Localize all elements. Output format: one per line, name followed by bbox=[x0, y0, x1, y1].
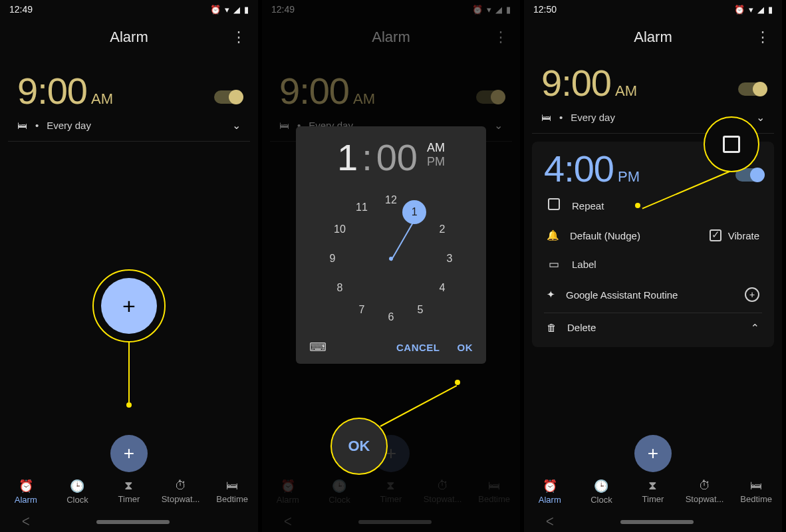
alarm-schedule: Every day bbox=[47, 120, 91, 131]
ok-button[interactable]: OK bbox=[458, 342, 473, 353]
selected-hour[interactable]: 1 bbox=[402, 200, 426, 224]
signal-icon: ◢ bbox=[757, 5, 764, 15]
clock-num-8[interactable]: 8 bbox=[337, 282, 343, 294]
alarm-status-icon: ⏰ bbox=[210, 5, 221, 15]
add-alarm-fab[interactable]: + bbox=[110, 435, 148, 472]
bedtime-icon bbox=[279, 120, 289, 131]
alarm-time[interactable]: 9:00AM bbox=[17, 69, 113, 112]
back-gesture-icon[interactable]: ᐸ bbox=[546, 515, 554, 528]
bedtime-icon bbox=[17, 120, 27, 131]
add-alarm-fab[interactable]: + bbox=[634, 435, 672, 472]
alarm-toggle[interactable] bbox=[214, 90, 241, 104]
highlight-connector-dot bbox=[635, 203, 640, 208]
stopwatch-icon: ⏱ bbox=[175, 479, 187, 493]
delete-button[interactable]: 🗑 Delete bbox=[547, 322, 596, 333]
overflow-menu-icon[interactable]: ⋮ bbox=[493, 29, 508, 46]
clock-face[interactable]: 1 12 2 3 4 5 6 7 8 9 10 11 bbox=[318, 186, 464, 332]
home-pill[interactable] bbox=[620, 520, 694, 524]
highlight-fab-inner: + bbox=[101, 278, 157, 334]
add-routine-icon[interactable]: + bbox=[745, 287, 759, 302]
alarm-card[interactable]: 9:00AM Every day ⌄ bbox=[8, 64, 250, 142]
delete-collapse-row: 🗑 Delete ⌄ bbox=[544, 313, 762, 342]
clock-num-7[interactable]: 7 bbox=[359, 304, 365, 316]
signal-icon: ◢ bbox=[233, 5, 240, 15]
expand-icon[interactable]: ⌄ bbox=[756, 111, 765, 124]
alarm-icon: ⏰ bbox=[281, 479, 295, 493]
back-gesture-icon[interactable]: ᐸ bbox=[284, 515, 292, 528]
nav-clock[interactable]: 🕒Clock bbox=[314, 479, 366, 505]
highlight-checkbox-circle bbox=[704, 116, 759, 172]
bottom-nav: ⏰Alarm 🕒Clock ⧗Timer ⏱Stopwat... 🛏Bedtim… bbox=[262, 471, 520, 512]
nav-clock[interactable]: 🕒Clock bbox=[52, 479, 104, 505]
back-gesture-icon[interactable]: ᐸ bbox=[22, 515, 30, 528]
nav-timer[interactable]: ⧗Timer bbox=[365, 479, 417, 504]
nav-bedtime[interactable]: 🛏Bedtime bbox=[730, 479, 782, 504]
expand-icon[interactable]: ⌄ bbox=[232, 119, 241, 132]
cancel-button[interactable]: CANCEL bbox=[396, 342, 440, 353]
hour-value[interactable]: 1 bbox=[337, 136, 358, 179]
separator-dot bbox=[558, 112, 564, 123]
alarm-time[interactable]: 4:00PM bbox=[544, 147, 640, 190]
clock-num-12[interactable]: 12 bbox=[385, 194, 397, 206]
home-pill[interactable] bbox=[96, 520, 170, 524]
expand-icon[interactable]: ⌄ bbox=[494, 119, 503, 132]
appbar: Alarm ⋮ bbox=[262, 19, 520, 56]
vibrate-checkbox[interactable] bbox=[710, 229, 721, 241]
highlight-checkbox-inner bbox=[723, 136, 740, 153]
clock-num-2[interactable]: 2 bbox=[440, 223, 446, 235]
keyboard-input-icon[interactable]: ⌨ bbox=[309, 340, 327, 354]
nav-bedtime[interactable]: 🛏Bedtime bbox=[468, 479, 520, 504]
appbar: Alarm ⋮ bbox=[0, 19, 258, 56]
bedtime-icon bbox=[541, 112, 551, 123]
alarm-toggle[interactable] bbox=[738, 82, 765, 96]
sound-option[interactable]: 🔔 Default (Nudge) bbox=[547, 229, 640, 241]
app-title: Alarm bbox=[110, 29, 148, 46]
alarm-toggle[interactable] bbox=[476, 90, 503, 104]
nav-stopwatch[interactable]: ⏱Stopwat... bbox=[417, 479, 469, 504]
clock-icon: 🕒 bbox=[332, 479, 346, 493]
overflow-menu-icon[interactable]: ⋮ bbox=[755, 29, 770, 46]
clock-num-5[interactable]: 5 bbox=[418, 304, 424, 316]
minute-value[interactable]: 00 bbox=[376, 136, 418, 179]
clock-num-10[interactable]: 10 bbox=[334, 223, 346, 235]
clock-num-9[interactable]: 9 bbox=[330, 253, 336, 265]
alarm-time[interactable]: 9:00AM bbox=[279, 69, 375, 112]
timer-icon: ⧗ bbox=[124, 479, 133, 493]
clock-icon: 🕒 bbox=[70, 479, 84, 493]
home-pill[interactable] bbox=[358, 520, 432, 524]
collapse-icon[interactable]: ⌄ bbox=[751, 321, 759, 334]
nav-bedtime[interactable]: 🛏Bedtime bbox=[206, 479, 258, 504]
vibrate-option[interactable]: Vibrate bbox=[710, 229, 759, 241]
stopwatch-icon: ⏱ bbox=[437, 479, 449, 493]
nav-stopwatch[interactable]: ⏱Stopwat... bbox=[155, 479, 207, 504]
nav-alarm[interactable]: ⏰Alarm bbox=[524, 479, 576, 505]
assistant-icon: ✦ bbox=[547, 289, 555, 301]
highlight-connector-dot bbox=[455, 380, 460, 385]
nav-clock[interactable]: 🕒Clock bbox=[576, 479, 628, 505]
repeat-row[interactable]: Repeat bbox=[544, 190, 762, 221]
alarm-status-icon: ⏰ bbox=[472, 5, 483, 15]
overflow-menu-icon[interactable]: ⋮ bbox=[231, 29, 246, 46]
sound-vibrate-row: 🔔 Default (Nudge) Vibrate bbox=[544, 221, 762, 249]
label-row[interactable]: ▭ Label bbox=[544, 249, 762, 279]
assistant-routine-row[interactable]: ✦ Google Assistant Routine + bbox=[544, 279, 762, 310]
clock-num-4[interactable]: 4 bbox=[440, 282, 446, 294]
clock-center bbox=[389, 257, 393, 261]
timer-icon: ⧗ bbox=[648, 479, 657, 493]
time-picker-dialog: 1 : 00 AM PM 1 12 2 3 4 5 6 7 8 9 10 11 … bbox=[296, 126, 486, 364]
clock-num-6[interactable]: 6 bbox=[388, 311, 394, 323]
nav-stopwatch[interactable]: ⏱Stopwat... bbox=[679, 479, 731, 504]
status-time: 12:49 bbox=[9, 4, 33, 15]
alarm-status-icon: ⏰ bbox=[734, 5, 745, 15]
nav-alarm[interactable]: ⏰Alarm bbox=[0, 479, 52, 505]
repeat-checkbox[interactable] bbox=[548, 198, 560, 210]
nav-alarm[interactable]: ⏰Alarm bbox=[262, 479, 314, 505]
appbar: Alarm ⋮ bbox=[524, 19, 782, 56]
pm-option[interactable]: PM bbox=[427, 155, 445, 169]
nav-timer[interactable]: ⧗Timer bbox=[103, 479, 155, 504]
am-option[interactable]: AM bbox=[427, 141, 445, 155]
clock-num-11[interactable]: 11 bbox=[356, 201, 368, 213]
nav-timer[interactable]: ⧗Timer bbox=[627, 479, 679, 504]
clock-num-3[interactable]: 3 bbox=[447, 253, 453, 265]
alarm-time[interactable]: 9:00AM bbox=[541, 61, 637, 104]
